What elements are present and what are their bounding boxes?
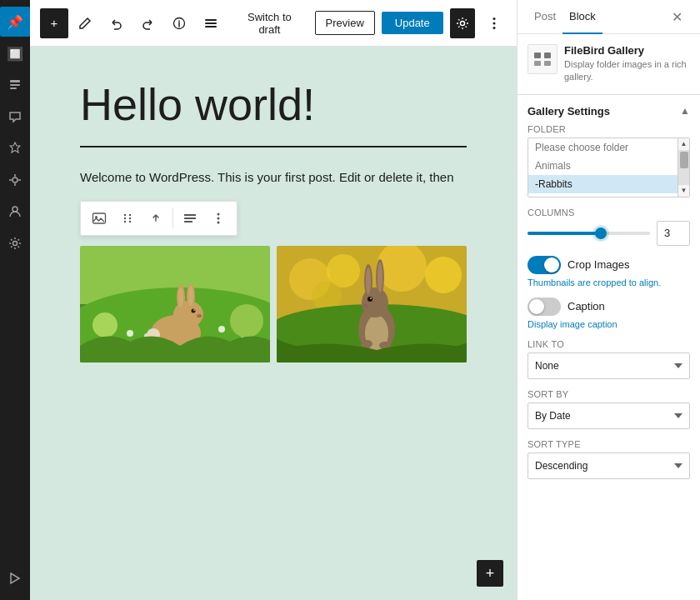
link-to-label: Link To xyxy=(528,339,690,349)
toggle-thumb-crop xyxy=(544,258,559,272)
add-block-button[interactable]: + xyxy=(40,8,68,38)
align-btn[interactable] xyxy=(177,205,203,232)
svg-rect-71 xyxy=(534,52,541,58)
caption-hint: Display image caption xyxy=(528,319,690,329)
crop-images-toggle[interactable] xyxy=(528,256,561,274)
svg-point-67 xyxy=(370,298,372,299)
block-info-text: FileBird Gallery Display folder images i… xyxy=(564,44,690,84)
svg-point-44 xyxy=(178,288,183,308)
columns-label: Columns xyxy=(528,208,690,218)
more-options-button[interactable] xyxy=(482,8,507,38)
toolbar-right: Switch to draft Preview Update xyxy=(231,6,507,41)
svg-point-17 xyxy=(492,27,495,29)
folder-option-animals[interactable]: Animals xyxy=(528,157,678,175)
folder-select-wrapper[interactable]: Please choose folder Animals -Rabbits ▲ … xyxy=(528,138,690,198)
move-up-btn[interactable] xyxy=(142,205,169,232)
svg-rect-73 xyxy=(534,61,541,66)
sidebar-icon-comments[interactable] xyxy=(0,102,30,132)
svg-point-16 xyxy=(492,22,495,24)
sidebar-icon-settings[interactable] xyxy=(0,228,30,258)
svg-point-65 xyxy=(378,262,382,292)
svg-rect-28 xyxy=(184,221,192,222)
top-toolbar: + Switch to draft Preview Update xyxy=(30,0,517,47)
svg-point-63 xyxy=(366,268,371,294)
columns-slider[interactable] xyxy=(528,225,650,242)
block-info: FileBird Gallery Display folder images i… xyxy=(518,34,700,95)
block-description: Display folder images in a rich gallery. xyxy=(564,58,690,84)
tab-block[interactable]: Block xyxy=(562,0,602,34)
editor-area[interactable]: Hello world! Welcome to WordPress. This … xyxy=(30,47,517,600)
panel-close-button[interactable]: ✕ xyxy=(663,0,690,33)
sort-type-select[interactable]: Descending Ascending xyxy=(528,452,690,479)
crop-hint: Thumbnails are cropped to align. xyxy=(528,278,690,288)
list-view-button[interactable] xyxy=(197,8,225,38)
svg-point-55 xyxy=(425,257,462,293)
redo-button[interactable] xyxy=(134,8,162,38)
svg-point-9 xyxy=(13,242,18,246)
update-button[interactable]: Update xyxy=(382,12,443,34)
info-button[interactable] xyxy=(165,8,193,38)
svg-point-39 xyxy=(218,326,225,332)
svg-point-37 xyxy=(127,330,133,337)
sidebar-icon-pages[interactable] xyxy=(0,70,30,100)
drag-handle-btn[interactable] xyxy=(114,205,141,232)
svg-point-46 xyxy=(188,286,193,306)
preview-button[interactable]: Preview xyxy=(315,11,375,35)
sidebar-icon-play[interactable] xyxy=(0,563,30,593)
svg-rect-1 xyxy=(10,84,20,86)
svg-rect-11 xyxy=(205,19,217,21)
edit-button[interactable] xyxy=(72,8,100,38)
svg-point-36 xyxy=(230,304,263,338)
svg-point-68 xyxy=(363,304,369,308)
svg-point-15 xyxy=(492,18,495,20)
section-title: Gallery Settings xyxy=(528,105,610,118)
main-area: + Switch to draft Preview Update xyxy=(30,0,517,600)
svg-point-49 xyxy=(197,314,202,318)
block-more-btn[interactable] xyxy=(205,205,232,232)
toggle-thumb-caption xyxy=(529,299,544,314)
folder-scroll-down[interactable]: ▼ xyxy=(678,185,690,197)
svg-point-3 xyxy=(12,178,18,182)
sidebar-icon-user[interactable] xyxy=(0,197,30,227)
undo-button[interactable] xyxy=(102,8,131,38)
folder-option-placeholder[interactable]: Please choose folder xyxy=(528,138,678,157)
block-icon xyxy=(528,44,558,74)
slider-thumb[interactable] xyxy=(595,228,607,239)
svg-point-23 xyxy=(129,218,131,219)
svg-point-35 xyxy=(92,312,118,338)
svg-point-25 xyxy=(129,221,131,222)
svg-rect-2 xyxy=(10,88,17,89)
tab-post[interactable]: Post xyxy=(528,0,562,34)
sort-by-label: Sort By xyxy=(528,389,690,399)
settings-button[interactable] xyxy=(450,8,475,38)
add-block-bottom-button[interactable]: + xyxy=(477,560,503,587)
columns-row xyxy=(528,221,690,246)
gallery-image-icon-btn[interactable] xyxy=(86,205,112,232)
caption-toggle[interactable] xyxy=(528,298,561,316)
svg-point-14 xyxy=(460,21,464,25)
folder-scroll-track[interactable] xyxy=(678,150,690,185)
sidebar-icon-tools[interactable] xyxy=(0,165,30,195)
panel-section: Gallery Settings ▲ Folder Please choose … xyxy=(518,95,700,600)
sidebar-icon-block[interactable]: 🔲 xyxy=(0,38,30,68)
svg-point-66 xyxy=(368,297,372,302)
switch-draft-button[interactable]: Switch to draft xyxy=(231,6,308,41)
svg-rect-26 xyxy=(184,214,196,216)
slider-track xyxy=(528,232,650,235)
sidebar-icon-pin2[interactable] xyxy=(0,133,30,163)
columns-input[interactable] xyxy=(657,221,690,246)
folder-option-rabbits[interactable]: -Rabbits xyxy=(528,175,678,193)
folder-scrollbar[interactable]: ▲ ▼ xyxy=(678,138,689,197)
caption-row: Caption xyxy=(528,298,690,316)
link-to-select[interactable]: None Media File Attachment Page xyxy=(528,352,690,379)
post-title: Hello world! xyxy=(80,80,467,129)
svg-point-24 xyxy=(124,221,126,222)
folder-scroll-up[interactable]: ▲ xyxy=(678,138,690,150)
svg-point-30 xyxy=(218,218,220,220)
slider-fill xyxy=(528,232,601,235)
sort-by-select[interactable]: By Date By Title Random xyxy=(528,402,690,429)
sidebar-icon-pin[interactable]: 📌 xyxy=(0,7,30,37)
gallery-settings-header[interactable]: Gallery Settings ▲ xyxy=(528,95,690,124)
right-panel: Post Block ✕ FileBird Gallery Display fo… xyxy=(517,0,700,600)
svg-point-31 xyxy=(218,222,220,224)
